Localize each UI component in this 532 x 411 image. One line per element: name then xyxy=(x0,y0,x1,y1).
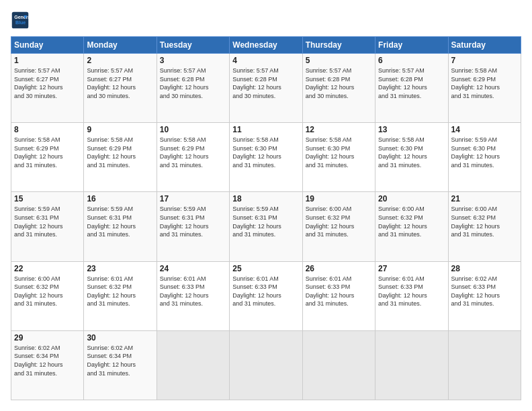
day-number: 7 xyxy=(451,56,518,65)
day-number: 1 xyxy=(14,56,81,65)
day-number: 16 xyxy=(87,194,153,203)
day-info: Sunrise: 6:01 AM Sunset: 6:32 PM Dayligh… xyxy=(87,275,153,308)
day-info: Sunrise: 5:58 AM Sunset: 6:29 PM Dayligh… xyxy=(14,136,81,169)
day-info: Sunrise: 5:57 AM Sunset: 6:28 PM Dayligh… xyxy=(232,66,299,100)
day-info: Sunrise: 6:01 AM Sunset: 6:33 PM Dayligh… xyxy=(378,275,445,308)
day-number: 11 xyxy=(232,125,299,134)
day-number: 2 xyxy=(87,56,153,65)
day-info: Sunrise: 5:57 AM Sunset: 6:28 PM Dayligh… xyxy=(378,66,445,100)
calendar-cell: 8Sunrise: 5:58 AM Sunset: 6:29 PM Daylig… xyxy=(11,123,84,192)
logo: General Blue xyxy=(11,11,32,30)
header: General Blue xyxy=(11,11,521,30)
day-number: 17 xyxy=(160,194,226,203)
day-info: Sunrise: 5:59 AM Sunset: 6:31 PM Dayligh… xyxy=(232,205,299,238)
svg-text:Blue: Blue xyxy=(15,20,26,25)
day-info: Sunrise: 5:58 AM Sunset: 6:30 PM Dayligh… xyxy=(306,136,372,169)
calendar-body: 1Sunrise: 5:57 AM Sunset: 6:27 PM Daylig… xyxy=(11,54,521,400)
weekday-header-friday: Friday xyxy=(375,37,448,54)
svg-text:General: General xyxy=(14,15,30,19)
logo-icon: General Blue xyxy=(11,11,30,30)
calendar-cell: 7Sunrise: 5:58 AM Sunset: 6:29 PM Daylig… xyxy=(448,54,521,123)
day-info: Sunrise: 5:57 AM Sunset: 6:27 PM Dayligh… xyxy=(87,66,153,100)
calendar-cell: 9Sunrise: 5:58 AM Sunset: 6:29 PM Daylig… xyxy=(84,123,157,192)
day-info: Sunrise: 5:59 AM Sunset: 6:31 PM Dayligh… xyxy=(160,205,226,238)
day-number: 23 xyxy=(87,264,153,273)
day-info: Sunrise: 5:59 AM Sunset: 6:31 PM Dayligh… xyxy=(14,205,81,238)
calendar-table: SundayMondayTuesdayWednesdayThursdayFrid… xyxy=(11,36,521,400)
calendar-cell: 4Sunrise: 5:57 AM Sunset: 6:28 PM Daylig… xyxy=(230,54,302,123)
calendar-cell: 10Sunrise: 5:58 AM Sunset: 6:29 PM Dayli… xyxy=(157,123,229,192)
calendar-cell: 15Sunrise: 5:59 AM Sunset: 6:31 PM Dayli… xyxy=(11,192,84,261)
day-number: 21 xyxy=(451,194,518,203)
calendar-header-row: SundayMondayTuesdayWednesdayThursdayFrid… xyxy=(11,37,521,54)
calendar-cell: 13Sunrise: 5:58 AM Sunset: 6:30 PM Dayli… xyxy=(375,123,448,192)
day-number: 3 xyxy=(160,56,226,65)
day-info: Sunrise: 6:00 AM Sunset: 6:32 PM Dayligh… xyxy=(14,275,81,308)
weekday-header-sunday: Sunday xyxy=(11,37,84,54)
calendar-week-3: 15Sunrise: 5:59 AM Sunset: 6:31 PM Dayli… xyxy=(11,192,521,261)
calendar-cell xyxy=(375,330,448,400)
weekday-header-tuesday: Tuesday xyxy=(157,37,229,54)
calendar-cell xyxy=(302,330,375,400)
day-info: Sunrise: 6:01 AM Sunset: 6:33 PM Dayligh… xyxy=(306,275,372,308)
day-info: Sunrise: 6:00 AM Sunset: 6:32 PM Dayligh… xyxy=(306,205,372,238)
calendar-cell: 3Sunrise: 5:57 AM Sunset: 6:28 PM Daylig… xyxy=(157,54,229,123)
calendar-cell: 2Sunrise: 5:57 AM Sunset: 6:27 PM Daylig… xyxy=(84,54,157,123)
day-info: Sunrise: 5:57 AM Sunset: 6:28 PM Dayligh… xyxy=(160,66,226,100)
day-number: 22 xyxy=(14,264,81,273)
day-number: 15 xyxy=(14,194,81,203)
day-info: Sunrise: 6:02 AM Sunset: 6:33 PM Dayligh… xyxy=(451,275,518,308)
day-number: 18 xyxy=(232,194,299,203)
calendar-cell: 17Sunrise: 5:59 AM Sunset: 6:31 PM Dayli… xyxy=(157,192,229,261)
day-number: 29 xyxy=(14,333,81,342)
calendar-cell: 20Sunrise: 6:00 AM Sunset: 6:32 PM Dayli… xyxy=(375,192,448,261)
weekday-header-thursday: Thursday xyxy=(302,37,375,54)
day-number: 26 xyxy=(306,264,372,273)
day-number: 25 xyxy=(232,264,299,273)
calendar-cell: 16Sunrise: 5:59 AM Sunset: 6:31 PM Dayli… xyxy=(84,192,157,261)
calendar-cell: 6Sunrise: 5:57 AM Sunset: 6:28 PM Daylig… xyxy=(375,54,448,123)
calendar-cell: 12Sunrise: 5:58 AM Sunset: 6:30 PM Dayli… xyxy=(302,123,375,192)
calendar-week-5: 29Sunrise: 6:02 AM Sunset: 6:34 PM Dayli… xyxy=(11,330,521,400)
day-info: Sunrise: 5:58 AM Sunset: 6:29 PM Dayligh… xyxy=(160,136,226,169)
day-number: 6 xyxy=(378,56,445,65)
day-number: 19 xyxy=(306,194,372,203)
calendar-cell: 28Sunrise: 6:02 AM Sunset: 6:33 PM Dayli… xyxy=(448,261,521,330)
day-number: 24 xyxy=(160,264,226,273)
day-number: 8 xyxy=(14,125,81,134)
calendar-cell xyxy=(230,330,302,400)
calendar-cell: 29Sunrise: 6:02 AM Sunset: 6:34 PM Dayli… xyxy=(11,330,84,400)
day-info: Sunrise: 5:59 AM Sunset: 6:31 PM Dayligh… xyxy=(87,205,153,238)
day-number: 10 xyxy=(160,125,226,134)
weekday-header-saturday: Saturday xyxy=(448,37,521,54)
calendar-cell: 30Sunrise: 6:02 AM Sunset: 6:34 PM Dayli… xyxy=(84,330,157,400)
calendar-cell: 24Sunrise: 6:01 AM Sunset: 6:33 PM Dayli… xyxy=(157,261,229,330)
day-number: 30 xyxy=(87,333,153,342)
day-info: Sunrise: 6:01 AM Sunset: 6:33 PM Dayligh… xyxy=(160,275,226,308)
day-info: Sunrise: 5:57 AM Sunset: 6:28 PM Dayligh… xyxy=(306,66,372,100)
day-info: Sunrise: 5:58 AM Sunset: 6:29 PM Dayligh… xyxy=(87,136,153,169)
calendar-cell: 26Sunrise: 6:01 AM Sunset: 6:33 PM Dayli… xyxy=(302,261,375,330)
calendar-cell xyxy=(157,330,229,400)
day-number: 5 xyxy=(306,56,372,65)
calendar-week-1: 1Sunrise: 5:57 AM Sunset: 6:27 PM Daylig… xyxy=(11,54,521,123)
day-number: 27 xyxy=(378,264,445,273)
day-info: Sunrise: 5:58 AM Sunset: 6:30 PM Dayligh… xyxy=(232,136,299,169)
day-number: 9 xyxy=(87,125,153,134)
calendar-page: General Blue SundayMondayTuesdayWednesda… xyxy=(0,0,532,411)
day-number: 20 xyxy=(378,194,445,203)
day-number: 12 xyxy=(306,125,372,134)
calendar-week-2: 8Sunrise: 5:58 AM Sunset: 6:29 PM Daylig… xyxy=(11,123,521,192)
day-info: Sunrise: 5:59 AM Sunset: 6:30 PM Dayligh… xyxy=(451,136,518,169)
calendar-cell: 14Sunrise: 5:59 AM Sunset: 6:30 PM Dayli… xyxy=(448,123,521,192)
calendar-cell: 11Sunrise: 5:58 AM Sunset: 6:30 PM Dayli… xyxy=(230,123,302,192)
day-info: Sunrise: 6:00 AM Sunset: 6:32 PM Dayligh… xyxy=(451,205,518,238)
day-number: 28 xyxy=(451,264,518,273)
day-info: Sunrise: 6:02 AM Sunset: 6:34 PM Dayligh… xyxy=(14,344,81,377)
calendar-cell: 21Sunrise: 6:00 AM Sunset: 6:32 PM Dayli… xyxy=(448,192,521,261)
calendar-cell: 18Sunrise: 5:59 AM Sunset: 6:31 PM Dayli… xyxy=(230,192,302,261)
weekday-header-monday: Monday xyxy=(84,37,157,54)
day-info: Sunrise: 6:00 AM Sunset: 6:32 PM Dayligh… xyxy=(378,205,445,238)
day-info: Sunrise: 5:58 AM Sunset: 6:29 PM Dayligh… xyxy=(451,66,518,100)
day-number: 13 xyxy=(378,125,445,134)
